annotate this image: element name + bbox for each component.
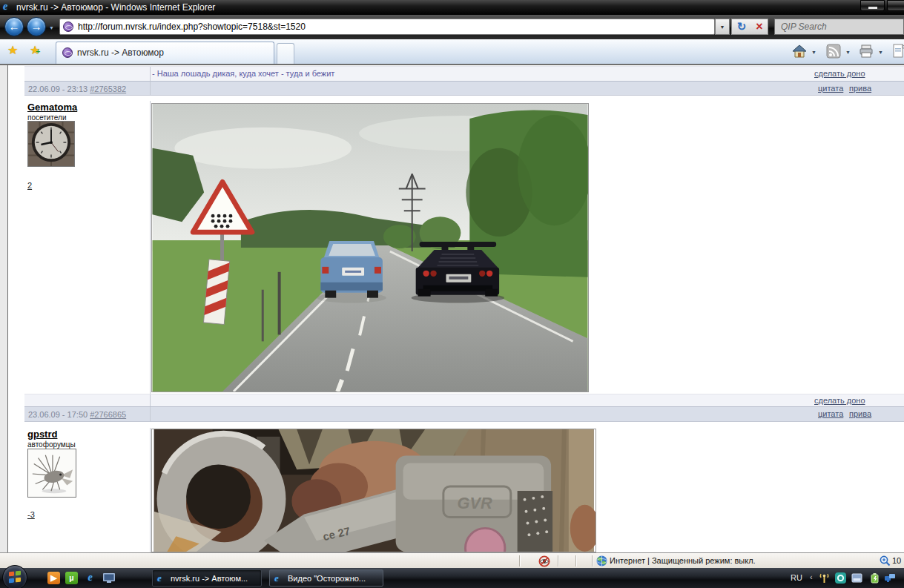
page-border-line — [7, 65, 8, 552]
print-icon[interactable] — [859, 44, 874, 59]
separator — [575, 555, 576, 566]
ie-icon: e — [274, 573, 279, 584]
security-zone-text: Интернет | Защищенный режим: выкл. — [610, 556, 756, 565]
post-text: - Наша лошадь дикая, куда хочет - туда и… — [152, 69, 334, 78]
ie-logo-icon: e — [3, 1, 7, 12]
new-tab-button[interactable] — [277, 43, 294, 64]
window-tray-icon[interactable] — [851, 572, 862, 584]
post-body: gpstrd автофорумцы -3 — [24, 428, 904, 552]
post-header-row: 23.06.09 - 17:50 #2766865 цитата прива — [24, 406, 904, 422]
taskbar-window-button-active[interactable]: e nvrsk.ru -> Автоюм... — [152, 569, 262, 587]
karma-link[interactable]: -3 — [27, 510, 35, 519]
tab-bar: ★ ★+ nvrsk.ru -> Автоюмор ▼ ▼ ▼ — [0, 39, 904, 65]
cell-divider — [150, 101, 151, 394]
reload-stop-group: ↻ × — [731, 19, 768, 35]
post-header-row: 22.06.09 - 23:13 #2765382 цитата прива — [24, 81, 904, 96]
cell-divider — [150, 67, 151, 81]
ie-quicklaunch-icon[interactable]: e — [84, 572, 96, 584]
cell-divider — [150, 394, 151, 406]
user-group: автофорумцы — [27, 440, 76, 449]
private-link[interactable]: прива — [849, 84, 871, 93]
search-box[interactable] — [774, 19, 904, 35]
post-date-text: 22.06.09 - 23:13 — [28, 85, 88, 93]
network-tray-icon[interactable] — [885, 572, 896, 584]
minimize-icon — [868, 7, 877, 9]
report-link[interactable]: сделать доно — [814, 69, 865, 78]
print-dropdown-icon[interactable]: ▼ — [878, 50, 883, 55]
quote-link[interactable]: цитата — [818, 84, 843, 93]
ie-icon: e — [157, 573, 162, 584]
minimize-button[interactable] — [860, 0, 885, 11]
address-dropdown-icon[interactable]: ▼ — [715, 19, 730, 35]
media-player-quicklaunch-icon[interactable]: ▶ — [47, 572, 60, 584]
windows-flag-icon — [9, 572, 14, 577]
taskbar-button-label: Видео "Осторожно... — [288, 574, 366, 583]
post-id-link[interactable]: #2766865 — [90, 410, 126, 419]
refresh-button[interactable]: ↻ — [733, 19, 750, 34]
separator — [558, 555, 558, 566]
history-dropdown-icon[interactable]: ▼ — [49, 25, 54, 30]
post-date: 23.06.09 - 17:50 #2766865 — [28, 410, 126, 419]
tray-collapse-icon[interactable]: ‹ — [810, 572, 813, 581]
qip-tray-icon[interactable] — [835, 572, 846, 584]
windows-flag-icon — [9, 578, 14, 584]
status-bar: Интернет | Защищенный режим: выкл. 10 — [0, 552, 904, 568]
feed-dropdown-icon[interactable]: ▼ — [845, 50, 851, 55]
post-id-link[interactable]: #2765382 — [90, 85, 126, 93]
zoom-level[interactable]: 10 — [892, 556, 901, 565]
browser-viewport: - Наша лошадь дикая, куда хочет - туда и… — [0, 65, 904, 552]
page-icon[interactable] — [891, 44, 904, 59]
site-favicon — [63, 22, 73, 32]
windows-flag-icon — [16, 578, 21, 583]
favorites-center-icon[interactable]: ★ — [7, 43, 18, 57]
search-input[interactable] — [775, 19, 903, 34]
navigation-bar: ← → ▼ ▼ ↻ × — [0, 15, 904, 39]
battery-tray-icon[interactable] — [870, 572, 881, 584]
home-icon[interactable] — [792, 44, 807, 59]
taskbar: ▶ µ e e nvrsk.ru -> Автоюм... e Видео "О… — [0, 568, 904, 588]
internet-zone-icon — [596, 555, 607, 566]
address-bar[interactable] — [59, 19, 715, 35]
show-desktop-icon[interactable] — [103, 573, 115, 583]
page-left-gutter — [0, 65, 7, 552]
logo-stamp: GVR — [458, 494, 492, 512]
tab-favicon — [62, 47, 73, 58]
private-link[interactable]: прива — [849, 409, 871, 418]
post-footer-row: - Наша лошадь дикая, куда хочет - туда и… — [24, 66, 904, 81]
report-link[interactable]: сделать доно — [814, 396, 865, 405]
username-link[interactable]: Gematoma — [27, 102, 77, 113]
home-dropdown-icon[interactable]: ▼ — [811, 50, 816, 55]
start-button[interactable] — [2, 565, 27, 588]
post-date-text: 23.06.09 - 17:50 — [28, 410, 88, 419]
rss-feed-icon[interactable] — [826, 44, 841, 59]
wireless-tray-icon[interactable] — [819, 572, 830, 584]
post-footer-row: сделать доно — [24, 394, 904, 406]
post-body: Gematoma посетители 2 — [24, 101, 904, 394]
quote-link[interactable]: цитата — [818, 409, 843, 418]
privacy-blocked-icon[interactable] — [538, 555, 550, 567]
zoom-icon[interactable] — [880, 555, 891, 566]
cell-divider — [150, 428, 151, 552]
karma-link[interactable]: 2 — [27, 181, 32, 190]
stop-button[interactable]: × — [751, 19, 768, 34]
utorrent-quicklaunch-icon[interactable]: µ — [65, 572, 78, 584]
forward-button[interactable]: → — [27, 17, 46, 36]
tab-label: nvrsk.ru -> Автоюмор — [77, 47, 164, 58]
tab-active[interactable]: nvrsk.ru -> Автоюмор — [56, 42, 274, 64]
windows-flag-icon — [16, 571, 21, 576]
language-indicator[interactable]: RU — [791, 573, 802, 582]
maximize-button[interactable] — [887, 0, 904, 11]
post-photo-road-cars — [151, 103, 589, 392]
avatar-lionfish — [27, 449, 76, 498]
separator — [592, 555, 593, 566]
add-favorite-icon[interactable]: ★+ — [30, 43, 40, 57]
taskbar-window-button[interactable]: e Видео "Осторожно... — [269, 569, 383, 587]
back-button[interactable]: ← — [4, 17, 24, 36]
title-bar: e nvrsk.ru -> Автоюмор - Windows Interne… — [0, 0, 904, 15]
username-link[interactable]: gpstrd — [27, 429, 57, 440]
separator — [519, 555, 520, 566]
address-input[interactable] — [78, 21, 708, 33]
window-title: nvrsk.ru -> Автоюмор - Windows Internet … — [16, 2, 215, 13]
taskbar-button-label: nvrsk.ru -> Автоюм... — [171, 574, 248, 583]
post-photo-engine-part: ce 27 GVR — [151, 429, 596, 552]
